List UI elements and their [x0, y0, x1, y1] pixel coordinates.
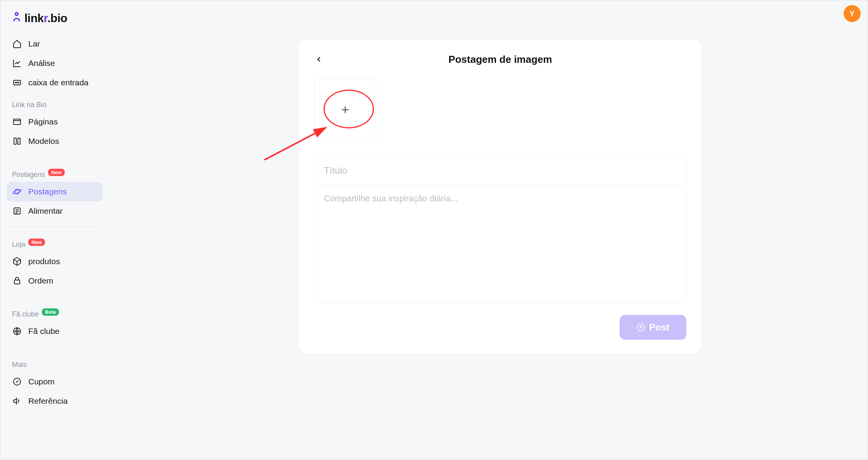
sidebar-item-label: Análise	[28, 59, 55, 68]
pages-icon	[12, 117, 22, 127]
box-icon	[12, 256, 22, 266]
divider	[7, 156, 103, 157]
svg-point-1	[15, 82, 16, 83]
section-title: Loja	[12, 240, 25, 249]
post-button[interactable]: Post	[620, 315, 686, 340]
body-input[interactable]	[315, 185, 686, 301]
inbox-icon	[12, 78, 22, 88]
avatar[interactable]: Y	[844, 5, 861, 22]
beta-badge: Beta	[42, 308, 59, 316]
section-title: Link na Bio	[12, 101, 46, 109]
sidebar-item-home[interactable]: Lar	[7, 34, 103, 54]
card-footer: Post	[314, 315, 686, 340]
sidebar-item-referral[interactable]: Referência	[7, 391, 103, 411]
sidebar-item-label: Ordem	[28, 276, 53, 285]
post-button-label: Post	[649, 322, 669, 333]
post-form	[314, 156, 686, 303]
sidebar: linkr.bio Lar Análise caixa de entrada L…	[0, 0, 109, 460]
post-card: Postagem de imagem	[299, 39, 702, 354]
new-badge: New	[28, 239, 45, 246]
planet-icon	[12, 187, 22, 197]
svg-point-8	[12, 188, 21, 194]
logo-mark-icon	[11, 11, 22, 25]
svg-rect-6	[18, 138, 20, 144]
sidebar-item-templates[interactable]: Modelos	[7, 131, 103, 151]
back-button[interactable]	[312, 52, 326, 66]
sidebar-item-label: produtos	[28, 257, 60, 266]
megaphone-icon	[12, 396, 22, 406]
title-input[interactable]	[315, 157, 686, 185]
plus-icon	[339, 104, 351, 116]
sidebar-item-label: Lar	[28, 39, 40, 48]
add-image-button[interactable]	[314, 79, 376, 141]
section-header-shop: Loja New	[7, 232, 103, 252]
sidebar-item-label: Páginas	[28, 117, 58, 126]
divider	[7, 226, 103, 227]
sidebar-item-posts[interactable]: Postagens	[7, 182, 103, 201]
sidebar-item-label: Fã clube	[28, 327, 60, 336]
new-badge: New	[48, 169, 65, 176]
sidebar-item-label: Postagens	[28, 187, 67, 196]
sidebar-item-label: caixa de entrada	[28, 78, 88, 87]
section-header-more: Mais	[7, 352, 103, 372]
main-area: Y Postagem de imagem	[109, 0, 868, 460]
logo-text-2: r	[44, 12, 48, 24]
svg-point-2	[17, 82, 17, 83]
home-icon	[12, 39, 22, 49]
sidebar-item-label: Modelos	[28, 137, 59, 146]
section-header-fanclub: Fã clube Beta	[7, 302, 103, 322]
svg-rect-5	[14, 138, 16, 144]
section-header-posts: Postagens New	[7, 162, 103, 182]
sidebar-item-fanclub[interactable]: Fã clube	[7, 322, 103, 341]
chevron-left-icon	[315, 55, 323, 64]
sidebar-item-pages[interactable]: Páginas	[7, 112, 103, 131]
sidebar-item-products[interactable]: produtos	[7, 252, 103, 271]
sidebar-item-coupon[interactable]: Cupom	[7, 372, 103, 391]
feed-icon	[12, 206, 22, 216]
divider	[7, 346, 103, 347]
svg-rect-4	[14, 119, 21, 125]
chart-icon	[12, 58, 22, 68]
sidebar-item-label: Alimentar	[28, 206, 63, 216]
upload-icon	[637, 323, 645, 332]
logo-text-3: .bio	[47, 12, 67, 24]
sidebar-item-orders[interactable]: Ordem	[7, 271, 103, 291]
card-title: Postagem de imagem	[448, 54, 552, 66]
coupon-icon	[12, 377, 22, 387]
logo-text-1: link	[24, 12, 44, 24]
avatar-initial: Y	[849, 9, 854, 18]
card-header: Postagem de imagem	[314, 52, 686, 67]
section-title: Postagens	[12, 171, 45, 179]
lock-icon	[12, 276, 22, 286]
templates-icon	[12, 136, 22, 146]
sidebar-item-label: Cupom	[28, 377, 55, 386]
sidebar-item-label: Referência	[28, 396, 68, 406]
sidebar-item-inbox[interactable]: caixa de entrada	[7, 73, 103, 92]
svg-rect-10	[14, 280, 20, 284]
globe-icon	[12, 326, 22, 336]
divider	[7, 296, 103, 296]
section-title: Fã clube	[12, 310, 39, 318]
section-header-linkbio: Link na Bio	[7, 92, 103, 112]
logo[interactable]: linkr.bio	[7, 8, 103, 34]
sidebar-item-feed[interactable]: Alimentar	[7, 201, 103, 221]
sidebar-item-analytics[interactable]: Análise	[7, 54, 103, 73]
svg-point-3	[18, 82, 19, 83]
section-title: Mais	[12, 361, 27, 369]
